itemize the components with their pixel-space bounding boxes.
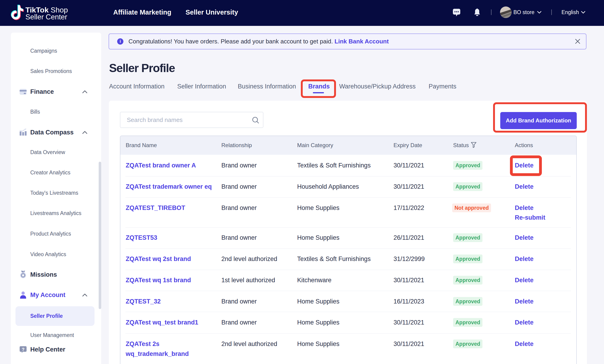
svg-text:?: ?: [22, 347, 25, 352]
